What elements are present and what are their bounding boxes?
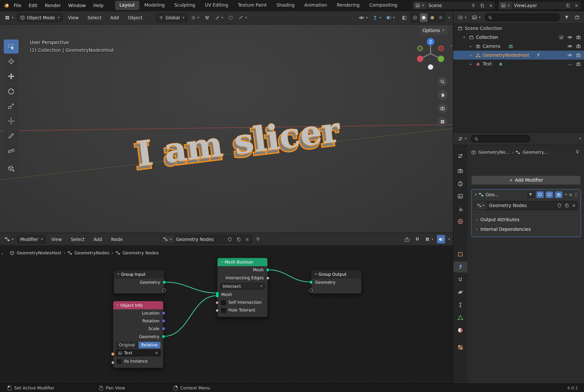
- socket-geometry-input[interactable]: [309, 280, 313, 284]
- pivot-point-button[interactable]: ▾: [190, 14, 201, 22]
- node-menu-select[interactable]: Select: [67, 235, 88, 244]
- disable-render-icon[interactable]: [576, 52, 581, 58]
- pan-hand-button[interactable]: [438, 90, 447, 100]
- fake-user-button[interactable]: [225, 235, 234, 243]
- shading-solid-button[interactable]: [420, 14, 427, 22]
- collapse-icon[interactable]: ▾: [117, 304, 118, 307]
- socket-geometry-output[interactable]: [162, 280, 166, 284]
- copy-node-group-button[interactable]: [234, 235, 243, 243]
- viewport-menu-view[interactable]: View: [65, 13, 82, 22]
- browse-node-group-button[interactable]: ▾: [161, 235, 174, 243]
- shading-wireframe-button[interactable]: [411, 14, 419, 22]
- tab-particles[interactable]: [453, 274, 467, 285]
- proportional-edit-button[interactable]: [227, 14, 234, 22]
- tool-transform[interactable]: [4, 114, 19, 128]
- tool-annotate[interactable]: [4, 129, 19, 143]
- hidden-eye-icon[interactable]: [567, 62, 572, 66]
- snap-settings-button[interactable]: ▾: [213, 14, 224, 22]
- viewport-canvas[interactable]: I am slicer I am slicer User Perspective…: [0, 24, 453, 232]
- hide-eye-icon[interactable]: [567, 52, 572, 58]
- node-group-output[interactable]: ▾Group Output Geometry: [311, 270, 362, 294]
- clear-object-icon[interactable]: ×: [155, 350, 158, 356]
- collapse-icon[interactable]: ▾: [315, 273, 317, 276]
- properties-search-input[interactable]: [471, 135, 530, 142]
- show-object-types-button[interactable]: ▾: [357, 14, 369, 22]
- menu-help[interactable]: Help: [90, 1, 107, 10]
- expand-icon[interactable]: ▾: [475, 193, 477, 196]
- editor-type-properties-button[interactable]: ▾: [456, 134, 468, 143]
- node-menu-view[interactable]: View: [48, 235, 65, 244]
- tab-texture[interactable]: [453, 342, 467, 353]
- workspace-tab-uv-editing[interactable]: UV Editing: [201, 1, 233, 10]
- breadcrumb-object[interactable]: GeometryNo...: [478, 150, 510, 155]
- workspace-tab-modeling[interactable]: Modeling: [140, 1, 169, 10]
- toggle-cage-display[interactable]: [536, 191, 544, 198]
- socket-object-input[interactable]: [111, 352, 115, 356]
- workspace-tab-compositing[interactable]: Compositing: [365, 1, 402, 10]
- tool-select-box[interactable]: [4, 40, 19, 54]
- collapse-icon[interactable]: ▾: [118, 273, 119, 276]
- socket-virtual-output[interactable]: [162, 288, 166, 292]
- tab-material[interactable]: [453, 325, 467, 336]
- disclosure-icon[interactable]: ▸: [468, 44, 473, 48]
- transform-orientation-selector[interactable]: Global▾: [156, 14, 187, 22]
- unlink-scene-button[interactable]: ×: [487, 2, 495, 9]
- viewport-menu-add[interactable]: Add: [107, 13, 122, 22]
- tab-constraints[interactable]: [453, 299, 467, 310]
- socket-location-output[interactable]: [162, 311, 166, 315]
- remove-viewlayer-button[interactable]: ×: [572, 2, 581, 9]
- tree-copy-button[interactable]: [563, 201, 570, 210]
- shading-rendered-button[interactable]: [437, 14, 445, 22]
- mode-selector[interactable]: Object Mode▾: [17, 14, 62, 22]
- shading-dropdown-icon[interactable]: ▾: [448, 16, 450, 19]
- node-mesh-boolean[interactable]: ▾Mesh Boolean Mesh Intersecting Edges In…: [217, 258, 268, 317]
- pin-id-button[interactable]: [575, 150, 580, 154]
- disable-render-icon[interactable]: [576, 44, 581, 49]
- region-toggle-right[interactable]: ‹: [450, 43, 452, 48]
- object-field[interactable]: Text ×: [116, 350, 161, 356]
- editor-type-outliner-button[interactable]: ▾: [456, 13, 468, 22]
- snap-node-element-button[interactable]: ▾: [423, 235, 434, 243]
- blender-logo-icon[interactable]: [3, 2, 10, 9]
- copy-scene-button[interactable]: [478, 2, 487, 9]
- proportional-falloff-button[interactable]: ▾: [237, 14, 248, 22]
- go-to-parent-button[interactable]: [403, 235, 411, 243]
- modifier-extras-icon[interactable]: ▾: [565, 193, 567, 196]
- menu-file[interactable]: File: [10, 1, 25, 10]
- tool-cursor[interactable]: [4, 54, 19, 68]
- socket-mesh-output[interactable]: [266, 268, 270, 272]
- node-editor-canvas[interactable]: › GeometryNodesHost › GeometryNodes › Ge…: [0, 246, 453, 383]
- unlink-node-group-button[interactable]: ×: [243, 235, 251, 243]
- workspace-tab-shading[interactable]: Shading: [272, 1, 299, 10]
- collection-checkbox[interactable]: [558, 34, 564, 40]
- menu-window[interactable]: Window: [65, 1, 89, 10]
- workspace-tab-layout[interactable]: Layout: [115, 1, 139, 10]
- remove-modifier-icon[interactable]: ×: [569, 192, 572, 197]
- tab-object-data[interactable]: [453, 312, 467, 323]
- disclosure-icon[interactable]: ▸: [468, 53, 473, 57]
- toggle-ortho-button[interactable]: [438, 117, 447, 126]
- viewport-gizmos-button[interactable]: ▾: [371, 14, 382, 22]
- tab-scene[interactable]: [453, 203, 467, 214]
- modifier-name[interactable]: Geo...: [486, 192, 525, 197]
- editor-type-geometry-nodes-button[interactable]: ▾: [3, 235, 15, 243]
- tab-tool[interactable]: [453, 150, 467, 162]
- node-menu-node[interactable]: Node: [108, 235, 126, 244]
- node-menu-add[interactable]: Add: [90, 235, 106, 244]
- tab-object[interactable]: [453, 249, 467, 260]
- new-collection-button[interactable]: [573, 13, 581, 22]
- workspace-tab-texture-paint[interactable]: Texture Paint: [234, 1, 271, 10]
- pin-node-group-button[interactable]: [254, 235, 262, 243]
- outliner-display-mode-button[interactable]: ▾: [470, 13, 482, 22]
- hide-eye-icon[interactable]: [567, 34, 572, 40]
- original-button[interactable]: Original: [116, 342, 138, 348]
- toggle-edit-mode-display[interactable]: [527, 191, 534, 198]
- add-modifier-button[interactable]: +Add Modifier: [471, 175, 581, 185]
- snap-toggle-button[interactable]: [203, 14, 211, 22]
- zoom-button[interactable]: [438, 77, 447, 86]
- browse-tree-button[interactable]: ▾: [475, 202, 486, 210]
- tab-world[interactable]: [453, 216, 467, 227]
- tool-rotate[interactable]: [4, 84, 19, 98]
- properties-options-icon[interactable]: ▾: [579, 137, 581, 140]
- text-object-3d[interactable]: I am slicer I am slicer: [127, 84, 343, 181]
